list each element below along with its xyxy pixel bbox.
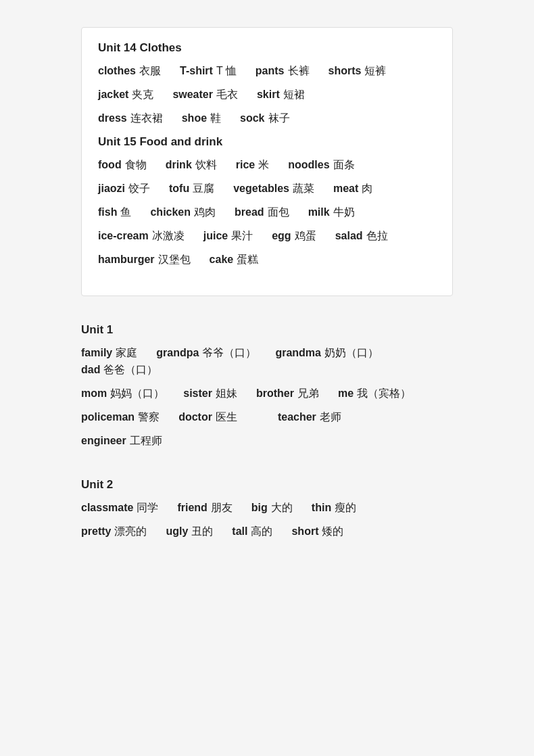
zh-word: 毛衣 xyxy=(216,88,238,102)
unit2-line2: pretty 漂亮的 ugly 丑的 tall 高的 short 矮的 xyxy=(81,525,453,542)
en-word: meat xyxy=(333,183,358,195)
en-word: friend xyxy=(177,502,207,514)
list-item: sweater 毛衣 xyxy=(172,88,238,102)
zh-word: 高的 xyxy=(251,525,272,539)
en-word: sister xyxy=(183,387,212,400)
zh-word: 兄弟 xyxy=(297,387,319,401)
list-item: dad 爸爸（口） xyxy=(81,363,157,377)
en-word: pretty xyxy=(81,525,111,538)
list-item: shorts 短裤 xyxy=(329,64,387,78)
list-item: dress 连衣裙 xyxy=(98,112,163,126)
en-word: ugly xyxy=(166,525,188,538)
en-word: shorts xyxy=(329,65,362,77)
en-word: classmate xyxy=(81,502,133,514)
en-word: family xyxy=(81,347,112,359)
list-item: friend 朋友 xyxy=(177,501,232,515)
list-item: salad 色拉 xyxy=(335,229,388,243)
list-item: bread 面包 xyxy=(235,206,289,220)
en-word: me xyxy=(338,387,354,400)
en-word: sock xyxy=(240,112,264,124)
zh-word: 大的 xyxy=(271,501,293,515)
zh-word: 丑的 xyxy=(191,525,213,539)
unit15-line1: food 食物 drink 饮料 rice 米 noodles 面条 xyxy=(98,158,436,175)
spacer xyxy=(81,458,453,478)
zh-word: 矮的 xyxy=(322,525,343,539)
zh-word: 肉 xyxy=(362,182,372,196)
unit2-line1: classmate 同学 friend 朋友 big 大的 thin 瘦的 xyxy=(81,501,453,518)
zh-word: 冰激凌 xyxy=(152,229,185,243)
zh-word: 爸爸（口） xyxy=(103,363,157,377)
zh-word: 牛奶 xyxy=(333,206,355,220)
list-item: fish 鱼 xyxy=(98,206,131,220)
list-item: ugly 丑的 xyxy=(166,525,213,539)
zh-word: 袜子 xyxy=(268,112,290,126)
zh-word: 连衣裙 xyxy=(130,112,163,126)
list-item: cake 蛋糕 xyxy=(210,253,259,267)
zh-word: 爷爷（口） xyxy=(202,346,256,360)
list-item: mom 妈妈（口） xyxy=(81,387,164,401)
list-item: tall 高的 xyxy=(232,525,272,539)
list-item: jiaozi 饺子 xyxy=(98,182,150,196)
list-item: juice 果汁 xyxy=(203,229,253,243)
zh-word: 漂亮的 xyxy=(114,525,147,539)
en-word: dad xyxy=(81,364,100,376)
en-word: jiaozi xyxy=(98,183,125,195)
zh-word: 姐妹 xyxy=(216,387,237,401)
list-item: clothes 衣服 xyxy=(98,64,161,78)
unit1-title: Unit 1 xyxy=(81,323,453,337)
en-word: milk xyxy=(308,206,330,218)
list-item: doctor 医生 xyxy=(178,410,237,425)
zh-word: 面包 xyxy=(268,206,289,220)
en-word: tall xyxy=(232,525,247,538)
zh-word: 警察 xyxy=(138,410,160,425)
list-item: family 家庭 xyxy=(81,346,137,360)
zh-word: 鸡蛋 xyxy=(295,229,316,243)
list-item: skirt 短裙 xyxy=(257,88,305,102)
en-word: short xyxy=(291,525,318,538)
list-item: shoe 鞋 xyxy=(182,112,221,126)
list-item: grandma 奶奶（口） xyxy=(275,346,379,360)
list-item: tofu 豆腐 xyxy=(169,182,214,196)
list-item: drink 饮料 xyxy=(166,158,217,172)
list-item: noodles 面条 xyxy=(288,158,354,172)
zh-word: 短裤 xyxy=(364,64,386,78)
list-item: T-shirt T 恤 xyxy=(180,64,237,78)
unit2-title: Unit 2 xyxy=(81,478,453,492)
en-word: egg xyxy=(272,230,291,242)
unit1-line1: family 家庭 grandpa 爷爷（口） grandma 奶奶（口） da… xyxy=(81,346,453,380)
zh-word: 老师 xyxy=(320,410,341,425)
unit1-line2: mom 妈妈（口） sister 姐妹 brother 兄弟 me 我（宾格） xyxy=(81,387,453,404)
zh-word: 鞋 xyxy=(210,112,221,126)
zh-word: 家庭 xyxy=(116,346,137,360)
list-item: egg 鸡蛋 xyxy=(272,229,316,243)
zh-word: 色拉 xyxy=(366,229,388,243)
unit14-title: Unit 14 Clothes xyxy=(98,41,436,55)
list-item: big 大的 xyxy=(251,501,293,515)
zh-word: T 恤 xyxy=(216,64,237,78)
list-item: vegetables 蔬菜 xyxy=(233,182,314,196)
zh-word: 奶奶（口） xyxy=(324,346,379,360)
list-item: teacher 老师 xyxy=(278,410,341,425)
en-word: policeman xyxy=(81,411,135,423)
en-word: rice xyxy=(236,159,255,171)
list-item: food 食物 xyxy=(98,158,147,172)
list-item: chicken 鸡肉 xyxy=(150,206,216,220)
list-item: sister 姐妹 xyxy=(183,387,237,401)
unit15-line2: jiaozi 饺子 tofu 豆腐 vegetables 蔬菜 meat 肉 xyxy=(98,182,436,199)
list-item: grandpa 爷爷（口） xyxy=(156,346,256,360)
en-word: T-shirt xyxy=(180,65,213,77)
zh-word: 米 xyxy=(258,158,269,172)
zh-word: 饮料 xyxy=(195,158,217,172)
zh-word: 蛋糕 xyxy=(237,253,258,267)
zh-word: 瘦的 xyxy=(335,501,356,515)
zh-word: 工程师 xyxy=(130,434,162,448)
list-item: milk 牛奶 xyxy=(308,206,355,220)
en-word: chicken xyxy=(150,206,191,218)
en-word: salad xyxy=(335,230,363,242)
en-word: hamburger xyxy=(98,254,155,266)
zh-word: 鱼 xyxy=(120,206,131,220)
unit15-line5: hamburger 汉堡包 cake 蛋糕 xyxy=(98,253,436,270)
zh-word: 食物 xyxy=(125,158,147,172)
zh-word: 医生 xyxy=(216,410,237,425)
zh-word: 我（宾格） xyxy=(357,387,411,401)
